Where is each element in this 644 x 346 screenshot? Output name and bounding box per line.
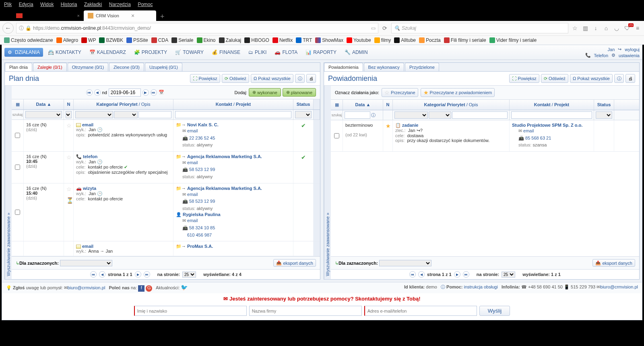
twitter-icon[interactable]: 🐦 (181, 284, 188, 290)
tab-bez-wykonawcy[interactable]: Bez wykonawcy (364, 63, 404, 71)
first-day-button[interactable]: ⏮ (86, 89, 93, 96)
report-email-link[interactable]: biuro@crmvision.pl (68, 285, 105, 290)
active-tab[interactable]: CRM Vision× (84, 10, 156, 21)
export-button[interactable]: 📤eksport danych (592, 259, 635, 267)
showall-button[interactable]: ΩPokaż wszystkie (251, 74, 293, 83)
showall-button[interactable]: ΩPokaż wszystkie (570, 74, 613, 83)
name-input[interactable] (134, 306, 247, 316)
filter-status[interactable] (596, 111, 612, 119)
footer-email-link[interactable]: biuro@crmvision.pl (600, 284, 638, 289)
company-input[interactable] (249, 306, 362, 316)
reader-icon[interactable]: ▭ (371, 25, 376, 31)
star-icon[interactable]: ☆ (66, 186, 72, 192)
export-button[interactable]: 📤eksport danych (273, 259, 316, 267)
tab-powiadomienia[interactable]: Powiadomienia (324, 63, 363, 71)
filter-cat[interactable] (394, 111, 428, 119)
nav-kalendarz[interactable]: 📅KALENDARZ (86, 48, 129, 57)
tab-plan-dnia[interactable]: Plan dnia (5, 63, 32, 71)
tab-przydzielone[interactable]: Przydzielone (405, 63, 439, 71)
last-page-button[interactable]: ⏭ (144, 271, 150, 278)
help-button[interactable]: ⓘ (614, 74, 624, 83)
per-page-select[interactable]: 25 (182, 272, 196, 278)
nav-finanse[interactable]: 💰FINANSE (208, 48, 244, 57)
prev-page-button[interactable]: ◀ (418, 271, 425, 278)
row-checkbox[interactable] (15, 165, 20, 170)
nav-towary[interactable]: 🛒TOWARY (172, 48, 207, 57)
help-icon[interactable]: ⓘ (371, 112, 376, 118)
gplus-icon[interactable]: G (146, 285, 152, 292)
first-page-button[interactable]: ⏮ (409, 271, 416, 278)
filter-prio[interactable] (114, 111, 138, 118)
nav-kontakty[interactable]: 📇KONTAKTY (45, 48, 85, 57)
phone-link[interactable]: Telefon (594, 53, 608, 58)
pocket-icon[interactable]: ◡ (613, 25, 621, 31)
check-icon[interactable]: ✔ (301, 122, 306, 129)
logout-link[interactable]: wyloguj (625, 47, 640, 52)
filter-kontakt[interactable] (511, 111, 592, 119)
row-checkbox[interactable] (15, 133, 20, 138)
tab-zalegle[interactable]: Zaległe (0/1) (33, 63, 67, 71)
calendar-icon[interactable]: 📅 (159, 90, 164, 95)
tab-zlecone[interactable]: Zlecone (0/3) (109, 63, 144, 71)
date-input[interactable] (109, 89, 141, 97)
star-icon[interactable]: ☆ (66, 154, 72, 161)
send-button[interactable]: Wyślij (479, 306, 510, 316)
menu-icon[interactable]: ≡ (634, 25, 642, 31)
mark-read-button[interactable]: ☆Przeczytane (382, 88, 418, 97)
inactive-tab[interactable]: × (12, 10, 84, 21)
home-icon[interactable]: ⌂ (602, 25, 610, 31)
filter-status[interactable] (295, 111, 312, 118)
filter-date[interactable] (345, 111, 370, 119)
prev-page-button[interactable]: ◀ (99, 271, 105, 278)
new-tab-button[interactable]: + (160, 12, 165, 21)
bulk-action-select[interactable] (60, 260, 112, 266)
help-link[interactable]: instrukcja obsługi (464, 284, 497, 289)
nav-pliki[interactable]: 🗂PLIKI (245, 48, 270, 57)
bulk-action-select[interactable] (379, 260, 431, 266)
help-button[interactable]: ⓘ (295, 74, 305, 83)
close-icon[interactable]: × (131, 12, 134, 19)
star-icon[interactable]: ☆ (66, 122, 72, 129)
filter-cat[interactable] (75, 111, 113, 118)
add-planned-button[interactable]: ⊕planowane (283, 88, 316, 97)
last-day-button[interactable]: ⏭ (151, 89, 157, 96)
settings-link[interactable]: ustawienia (619, 53, 640, 58)
first-page-button[interactable]: ⏮ (90, 271, 97, 278)
tab-uzupelnij[interactable]: Uzupełnij (0/1) (145, 63, 182, 71)
library-icon[interactable]: ▥ (581, 25, 589, 31)
filter-kontakt[interactable] (175, 111, 291, 118)
adv-search-toggle[interactable]: Wyszukiwanie zaawansowane » (324, 86, 331, 279)
filter-n[interactable] (66, 111, 72, 118)
filter-opis[interactable] (452, 111, 508, 119)
nav-projekty[interactable]: 🧩PROJEKTY (131, 48, 170, 57)
refresh-button[interactable]: ⟳Odśwież (222, 74, 249, 83)
check-icon[interactable]: ✔ (301, 154, 306, 161)
nav-raporty[interactable]: 📊RAPORTY (302, 48, 340, 57)
nav-dzialania[interactable]: ⚙DZIAŁANIA (4, 48, 43, 57)
browser-search[interactable]: 🔍Szukaj (391, 23, 568, 33)
filter-prio[interactable] (429, 111, 451, 119)
row-checkbox[interactable] (334, 133, 339, 138)
filter-date[interactable] (25, 111, 62, 118)
add-done-button[interactable]: ⊕wykonane (249, 88, 281, 97)
prev-day-button[interactable]: ◀ (94, 89, 101, 96)
star-icon[interactable]: ☆ (571, 25, 579, 31)
next-page-button[interactable]: ▶ (454, 271, 460, 278)
print-button[interactable]: 🖨 (306, 74, 316, 83)
last-page-button[interactable]: ⏭ (463, 271, 469, 278)
download-icon[interactable]: ↓ (592, 25, 600, 31)
url-bar[interactable]: ⓘ🔒 https://demo.crmvision-online.pl:8443… (16, 23, 378, 33)
ublock-icon[interactable]: 🛡23 (623, 25, 631, 31)
tab-otrzymane[interactable]: Otrzymane (0/1) (68, 63, 108, 71)
print-button[interactable]: 🖨 (625, 74, 635, 83)
nav-admin[interactable]: 🔧ADMIN (341, 48, 371, 57)
mark-read-notify-button[interactable]: ★Przeczytane z powiadomieniem (421, 88, 495, 97)
expand-button[interactable]: ⛶Powiększ (509, 74, 539, 83)
back-button[interactable]: ← (2, 23, 14, 34)
row-checkbox[interactable] (15, 210, 20, 215)
nav-flota[interactable]: 🚗FLOTA (271, 48, 301, 57)
contact-input[interactable] (364, 306, 477, 316)
user-link[interactable]: Jan (608, 47, 615, 52)
expand-button[interactable]: ⛶Powiększ (190, 74, 220, 83)
filter-opis[interactable] (138, 111, 171, 118)
